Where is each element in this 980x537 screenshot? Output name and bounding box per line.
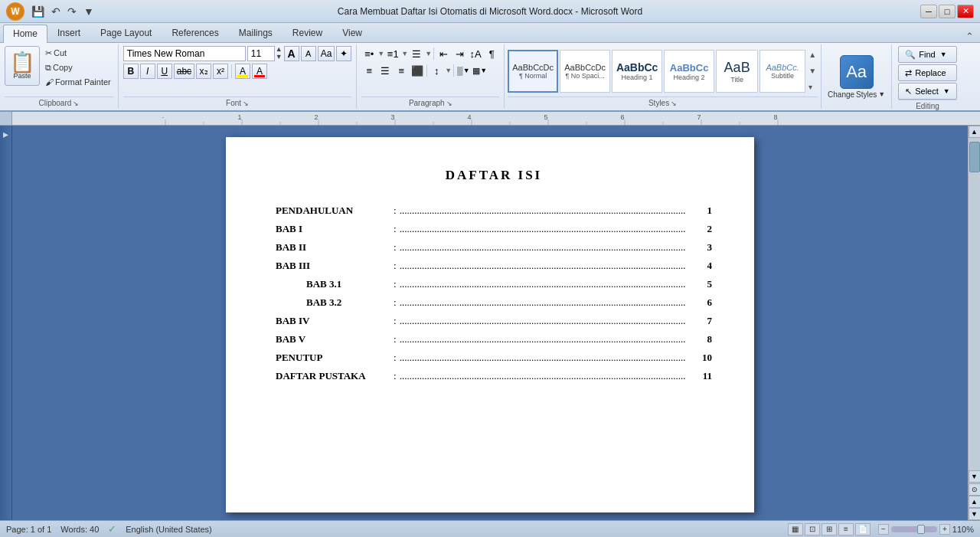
line-spacing-button[interactable]: ↕	[429, 63, 444, 78]
show-formatting-button[interactable]: ¶	[484, 46, 499, 61]
minimize-button[interactable]: ─	[920, 5, 937, 18]
format-painter-button[interactable]: 🖌 Format Painter	[43, 75, 113, 89]
bullets-dropdown[interactable]: ▼	[377, 50, 384, 57]
font-size-decrease[interactable]: ▼	[276, 54, 283, 61]
decrease-indent-button[interactable]: ⇤	[436, 46, 451, 61]
style-normal[interactable]: AaBbCcDc ¶ Normal	[508, 50, 558, 93]
select-dropdown[interactable]: ▼	[943, 87, 950, 95]
numbering-dropdown[interactable]: ▼	[401, 50, 408, 57]
line-spacing-dropdown[interactable]: ▼	[445, 67, 452, 74]
copy-icon: ⧉	[45, 63, 51, 73]
font-name-input[interactable]	[123, 46, 246, 61]
border-dropdown[interactable]: ▼	[480, 67, 487, 74]
strikethrough-button[interactable]: abc	[174, 64, 194, 79]
multilevel-button[interactable]: ☰	[409, 46, 424, 61]
clipboard-expand-icon[interactable]: ↘	[73, 100, 79, 107]
shading-button[interactable]: ▒ ▼	[456, 63, 471, 78]
sort-button[interactable]: ↕A	[468, 46, 483, 61]
bullets-button[interactable]: ≡•	[361, 46, 377, 61]
styles-scroll-down[interactable]: ▼	[808, 67, 816, 75]
zoom-thumb[interactable]	[917, 525, 925, 534]
tab-insert[interactable]: Insert	[47, 24, 90, 42]
style-heading1[interactable]: AaBbCc Heading 1	[612, 50, 662, 93]
zoom-in-button[interactable]: +	[939, 524, 950, 535]
qa-dropdown[interactable]: ▼	[81, 5, 96, 18]
zoom-slider[interactable]	[891, 526, 937, 532]
change-styles-dropdown[interactable]: ▼	[878, 90, 885, 98]
paste-button[interactable]: 📋 Paste	[5, 46, 40, 86]
toc-entry-bab5: BAB V : ................................…	[276, 333, 712, 345]
ribbon-toggle[interactable]: ⌃	[965, 31, 974, 42]
undo-button[interactable]: ↶	[49, 5, 63, 18]
bold-button[interactable]: B	[123, 64, 139, 79]
find-button[interactable]: 🔍 Find ▼	[898, 46, 957, 63]
scroll-thumb[interactable]	[969, 142, 980, 172]
maximize-button[interactable]: □	[939, 5, 956, 18]
draft-button[interactable]: 📄	[855, 523, 871, 535]
zoom-out-button[interactable]: −	[878, 524, 889, 535]
tab-review[interactable]: Review	[283, 24, 332, 42]
align-center-button[interactable]: ☰	[377, 63, 393, 78]
editing-buttons: 🔍 Find ▼ ⇄ Replace ↖ Select ▼	[898, 46, 957, 100]
scroll-up-arrow[interactable]: ▲	[969, 126, 981, 138]
toc-dots-bab1: ........................................…	[400, 223, 693, 235]
find-dropdown[interactable]: ▼	[940, 51, 947, 58]
italic-button[interactable]: I	[140, 64, 155, 79]
page-up-button[interactable]: ⊙	[969, 483, 981, 496]
cut-button[interactable]: ✂ Cut	[43, 46, 113, 60]
font-size-input[interactable]	[247, 46, 275, 61]
tab-mailings[interactable]: Mailings	[229, 24, 283, 42]
replace-button[interactable]: ⇄ Replace	[898, 64, 957, 81]
style-subtitle[interactable]: AaBbCc. Subtitle	[760, 50, 805, 93]
toc-label-bab2: BAB II	[276, 241, 390, 254]
shrink-font-button[interactable]: A	[301, 46, 316, 61]
change-case-button[interactable]: Aa	[318, 46, 335, 61]
outline-button[interactable]: ≡	[838, 523, 854, 535]
document-page[interactable]: DAFTAR ISI PENDAHULUAN : ...............…	[226, 137, 754, 512]
style-title[interactable]: AaB Title	[716, 50, 758, 93]
border-button[interactable]: ▦ ▼	[472, 63, 488, 78]
copy-button[interactable]: ⧉ Copy	[43, 61, 113, 74]
font-expand-icon[interactable]: ↘	[243, 100, 249, 107]
multilevel-dropdown[interactable]: ▼	[425, 50, 432, 57]
office-button[interactable]: W	[6, 2, 24, 21]
align-right-button[interactable]: ≡	[394, 63, 409, 78]
tab-page-layout[interactable]: Page Layout	[90, 24, 162, 42]
select-button[interactable]: ↖ Select ▼	[898, 83, 957, 100]
scroll-down-arrow[interactable]: ▼	[969, 470, 981, 483]
close-button[interactable]: ✕	[957, 5, 974, 18]
shading-dropdown[interactable]: ▼	[463, 67, 470, 74]
web-layout-button[interactable]: ⊞	[822, 523, 837, 535]
full-screen-button[interactable]: ⊡	[805, 523, 820, 535]
style-heading2[interactable]: AaBbCc Heading 2	[664, 50, 714, 93]
proofing-icon[interactable]: ✓	[108, 523, 116, 535]
clear-formatting-button[interactable]: ✦	[336, 46, 351, 61]
prev-page-button[interactable]: ▲	[969, 496, 981, 508]
tab-view[interactable]: View	[332, 24, 372, 42]
redo-button[interactable]: ↷	[65, 5, 79, 18]
grow-font-button[interactable]: A	[284, 46, 299, 61]
style-no-spacing[interactable]: AaBbCcDc ¶ No Spaci...	[560, 50, 610, 93]
paragraph-expand-icon[interactable]: ↘	[446, 100, 452, 107]
tab-references[interactable]: References	[162, 24, 228, 42]
styles-more[interactable]: ▾	[808, 83, 816, 91]
numbering-button[interactable]: ≡1	[385, 46, 400, 61]
styles-scroll-up[interactable]: ▲	[808, 51, 816, 59]
toc-colon-daftar-pustaka: :	[390, 370, 400, 382]
styles-expand-icon[interactable]: ↘	[671, 100, 677, 107]
subscript-button[interactable]: x₂	[196, 64, 211, 79]
font-color-button[interactable]: A	[252, 64, 267, 79]
justify-button[interactable]: ⬛	[410, 63, 425, 78]
increase-indent-button[interactable]: ⇥	[452, 46, 467, 61]
left-margin-icon[interactable]: ◀	[2, 132, 10, 139]
superscript-button[interactable]: x²	[213, 64, 228, 79]
print-layout-button[interactable]: ▦	[788, 523, 803, 535]
underline-button[interactable]: U	[157, 64, 172, 79]
styles-gallery: AaBbCcDc ¶ Normal AaBbCcDc ¶ No Spaci...…	[508, 46, 818, 97]
text-highlight-button[interactable]: A	[235, 64, 250, 79]
next-page-button[interactable]: ▼	[969, 508, 981, 520]
align-left-button[interactable]: ≡	[361, 63, 377, 78]
save-button[interactable]: 💾	[29, 5, 47, 18]
change-styles-section[interactable]: Aa Change Styles ▼	[822, 44, 892, 109]
tab-home[interactable]: Home	[3, 25, 47, 43]
